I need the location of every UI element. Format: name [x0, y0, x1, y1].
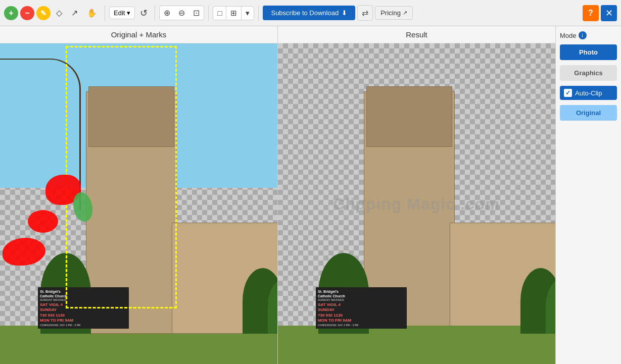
- autoclip-checkbox[interactable]: ✓: [564, 89, 572, 97]
- edit-label: Edit: [114, 9, 125, 17]
- remove-button[interactable]: −: [20, 6, 34, 20]
- chevron-down-icon: ▾: [127, 9, 130, 17]
- main-area: Original + Marks: [0, 26, 621, 364]
- pricing-label: Pricing: [380, 9, 401, 17]
- sign-mon-left: MON TO FRI 9AM: [40, 318, 127, 323]
- mode-row: Mode i: [560, 31, 617, 39]
- separator-4: [258, 6, 259, 21]
- left-panel: Original + Marks: [0, 26, 278, 364]
- hand-button[interactable]: ✋: [83, 6, 101, 20]
- close-button[interactable]: ✕: [601, 5, 617, 21]
- add-button[interactable]: +: [4, 6, 18, 20]
- zoom-group: ⊕ ⊖ ⊡: [159, 6, 204, 20]
- zoom-out-button[interactable]: ⊖: [174, 6, 189, 20]
- view-single-button[interactable]: □: [213, 7, 226, 19]
- separator-3: [208, 6, 209, 21]
- sign-times-right: 730 930 1130: [318, 313, 405, 318]
- edit-dropdown[interactable]: Edit ▾: [109, 7, 135, 19]
- right-panel-canvas[interactable]: St. Bridget's Catholic Church SUNDAY MAS…: [278, 43, 555, 364]
- graphics-button[interactable]: Graphics: [560, 65, 617, 81]
- marker-button[interactable]: ✎: [36, 6, 51, 20]
- eraser-button[interactable]: ◇: [53, 6, 66, 20]
- sign-mon-right: MON TO FRI 9AM: [318, 318, 405, 323]
- church-tower-top-left: [88, 86, 174, 147]
- sign-church-left: Catholic Church: [40, 294, 127, 298]
- sign-times-left: 730 930 1130: [40, 313, 127, 318]
- external-link-icon: ↗: [403, 10, 407, 16]
- separator-2: [155, 6, 155, 21]
- download-icon: ⬇: [342, 9, 347, 17]
- zoom-in-button[interactable]: ⊕: [160, 6, 174, 20]
- red-mark-2: [28, 210, 58, 233]
- toolbar: + − ✎ ◇ ↗ ✋ Edit ▾ ↺ ⊕ ⊖ ⊡ □ ⊞ ▾ Subscri…: [0, 0, 621, 26]
- panels: Original + Marks: [0, 26, 555, 364]
- right-panel: Result St. Bridget's Catho: [278, 26, 555, 364]
- subscribe-button[interactable]: Subscribe to Download ⬇: [263, 6, 355, 20]
- red-mark-3: [3, 238, 45, 266]
- arrow-button[interactable]: ↗: [68, 6, 81, 20]
- view-dropdown-button[interactable]: ▾: [242, 7, 254, 20]
- autoclip-row[interactable]: ✓ Auto-Clip: [560, 86, 617, 100]
- zoom-fit-button[interactable]: ⊡: [189, 6, 204, 20]
- sign-sat-left: SAT VIGIL 4: [40, 302, 127, 307]
- left-panel-header: Original + Marks: [0, 26, 277, 43]
- right-panel-header: Result: [278, 26, 555, 43]
- sign-conf-left: CONFESSIONS: SAT. 2 PM – 3 PM: [40, 324, 127, 327]
- sign-sun-right: SUNDAY: [318, 307, 405, 313]
- sign-masses-right: SUNDAY MASSES: [318, 298, 405, 302]
- view-split-button[interactable]: ⊞: [226, 7, 242, 20]
- subscribe-label: Subscribe to Download: [271, 9, 339, 17]
- undo-button[interactable]: ↺: [137, 7, 151, 20]
- sign-sun-left: SUNDAY: [40, 307, 127, 313]
- left-panel-canvas[interactable]: St. Bridget's Catholic Church SUNDAY MAS…: [0, 43, 277, 364]
- sign-name-right: St. Bridget's: [318, 289, 405, 294]
- sign-sat-right: SAT VIGIL 4: [318, 302, 405, 307]
- original-button[interactable]: Original: [560, 105, 617, 121]
- sign-name-left: St. Bridget's: [40, 289, 127, 294]
- view-group: □ ⊞ ▾: [213, 6, 254, 20]
- mode-info-icon[interactable]: i: [579, 31, 587, 39]
- church-tower-top-right: [366, 86, 452, 147]
- church-sign-right: St. Bridget's Catholic Church SUNDAY MAS…: [316, 287, 407, 329]
- church-sign-left: St. Bridget's Catholic Church SUNDAY MAS…: [38, 287, 129, 329]
- help-button[interactable]: ?: [583, 5, 599, 21]
- photo-button[interactable]: Photo: [560, 44, 617, 60]
- pricing-button[interactable]: Pricing ↗: [375, 6, 413, 20]
- share-button[interactable]: ⇄: [357, 5, 373, 21]
- separator-1: [105, 6, 105, 21]
- right-sidebar: Mode i Photo Graphics ✓ Auto-Clip Origin…: [555, 26, 621, 364]
- sign-church-right: Catholic Church: [318, 294, 405, 298]
- sign-masses-left: SUNDAY MASSES: [40, 298, 127, 302]
- mode-text: Mode: [560, 32, 577, 39]
- autoclip-label: Auto-Clip: [575, 89, 602, 97]
- sign-conf-right: CONFESSIONS: SAT. 2 PM – 3 PM: [318, 324, 405, 327]
